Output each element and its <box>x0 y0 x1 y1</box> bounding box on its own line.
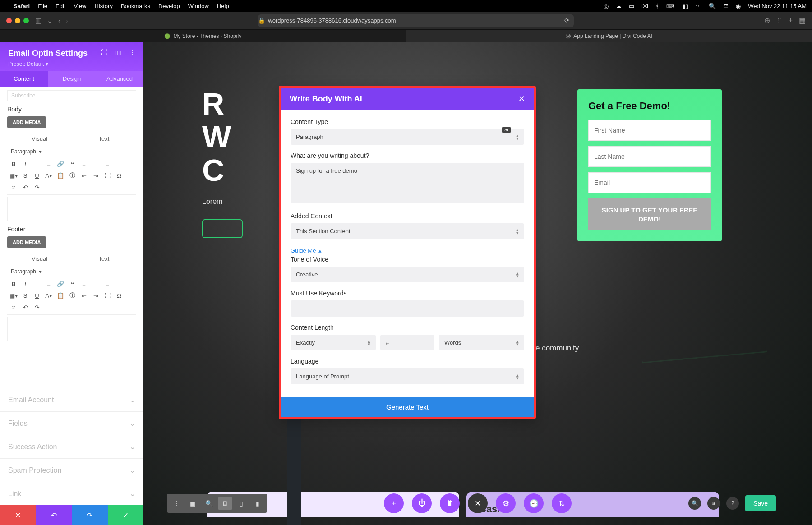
color-icon[interactable]: A▾ <box>43 170 54 181</box>
share-icon[interactable]: ⇪ <box>776 16 782 25</box>
ul-icon[interactable]: ≣ <box>32 278 42 289</box>
ai-badge[interactable]: AI <box>502 127 511 133</box>
menu-help[interactable]: Help <box>217 3 229 9</box>
paste-icon[interactable]: 📋 <box>55 170 66 181</box>
tab-shopify[interactable]: 🟢My Store · Themes · Shopify <box>0 30 406 42</box>
keywords-input[interactable] <box>291 300 524 317</box>
hero-cta-button[interactable] <box>202 219 243 238</box>
power-button[interactable]: ⏻ <box>412 493 432 513</box>
outdent-icon[interactable]: ⇤ <box>78 170 89 181</box>
app-name[interactable]: Safari <box>14 3 30 9</box>
length-mode-select[interactable]: Exactly▴▾ <box>291 335 376 350</box>
screen-icon[interactable]: ⌧ <box>641 3 648 9</box>
length-number-input[interactable] <box>380 335 434 350</box>
added-context-select[interactable]: This Section Content▴▾ <box>291 223 524 239</box>
confirm-button[interactable]: ✓ <box>108 505 144 525</box>
close-toolbar-button[interactable]: ✕ <box>468 493 488 513</box>
subscribe-input[interactable]: Subscribe <box>7 90 136 101</box>
accordion-spam-protection[interactable]: Spam Protection⌄ <box>0 458 143 482</box>
nav-back-icon[interactable]: ‹ <box>58 17 60 24</box>
align-center-icon[interactable]: ≣ <box>90 278 101 289</box>
generate-text-button[interactable]: Generate Text <box>281 397 534 417</box>
tablet-view-icon[interactable]: ▯ <box>235 497 248 510</box>
guide-me-link[interactable]: Guide Me ▴ <box>291 247 322 254</box>
editor-tab-visual-footer[interactable]: Visual <box>7 252 72 267</box>
window-controls[interactable] <box>6 18 29 23</box>
sidebar-icon[interactable]: ▥ <box>35 17 42 25</box>
loom-icon[interactable]: ◎ <box>604 3 609 9</box>
redo-icon[interactable]: ↷ <box>32 182 42 193</box>
menubar-datetime[interactable]: Wed Nov 22 11:15 AM <box>748 3 807 9</box>
phone-view-icon[interactable]: ▮ <box>251 497 264 510</box>
add-media-button[interactable]: ADD MEDIA <box>7 116 46 128</box>
accordion-link[interactable]: Link⌄ <box>0 482 143 505</box>
link-icon[interactable]: 🔗 <box>55 278 66 289</box>
table-icon[interactable]: ▦▾ <box>8 290 19 301</box>
tab-divi[interactable]: ⓌApp Landing Page | Divi Code AI <box>406 30 812 42</box>
battery-icon[interactable]: ▮▯ <box>682 3 688 9</box>
undo-icon[interactable]: ↶ <box>20 302 31 313</box>
underline-icon[interactable]: U <box>32 170 42 181</box>
omega-icon[interactable]: Ω <box>114 170 125 181</box>
help-icon[interactable]: ? <box>726 497 739 510</box>
editor-tab-visual[interactable]: Visual <box>7 132 72 147</box>
nav-forward-icon[interactable]: › <box>66 17 68 24</box>
align-left-icon[interactable]: ≡ <box>78 158 89 169</box>
undo-icon[interactable]: ↶ <box>20 182 31 193</box>
desktop-view-icon[interactable]: 🖥 <box>218 497 232 510</box>
bold-icon[interactable]: B <box>8 158 19 169</box>
menu-bookmarks[interactable]: Bookmarks <box>121 3 150 9</box>
quote-icon[interactable]: ❝ <box>67 158 78 169</box>
spotlight-icon[interactable]: 🔍 <box>709 3 716 9</box>
accordion-success-action[interactable]: Success Action⌄ <box>0 435 143 458</box>
ol-icon[interactable]: ≡ <box>43 158 54 169</box>
delete-button[interactable]: 🗑 <box>440 493 460 513</box>
settings-button[interactable]: ⚙ <box>496 493 516 513</box>
content-type-select[interactable]: Paragraph▴▾ <box>291 129 524 145</box>
indent-icon[interactable]: ⇥ <box>90 290 101 301</box>
clear-icon[interactable]: Ⓣ <box>67 290 78 301</box>
chevron-down-icon[interactable]: ⌄ <box>47 17 53 25</box>
preset-selector[interactable]: Preset: Default ▾ <box>8 61 135 67</box>
folder-icon[interactable]: ▭ <box>629 3 634 9</box>
ol-icon[interactable]: ≡ <box>43 278 54 289</box>
color-icon[interactable]: A▾ <box>43 290 54 301</box>
fullscreen-icon[interactable]: ⛶ <box>102 290 113 301</box>
siri-icon[interactable]: ◉ <box>736 3 741 9</box>
sort-button[interactable]: ⇅ <box>552 493 572 513</box>
redo-button[interactable]: ↷ <box>72 505 108 525</box>
align-left-icon[interactable]: ≡ <box>78 278 89 289</box>
redo-icon[interactable]: ↷ <box>32 302 42 313</box>
footer-editor[interactable] <box>7 317 136 341</box>
paste-icon[interactable]: 📋 <box>55 290 66 301</box>
more-icon[interactable]: ⋮ <box>129 49 135 56</box>
add-media-footer-button[interactable]: ADD MEDIA <box>7 236 46 248</box>
italic-icon[interactable]: I <box>20 158 31 169</box>
language-select[interactable]: Language of Prompt▴▾ <box>291 368 524 384</box>
align-center-icon[interactable]: ≣ <box>90 158 101 169</box>
new-tab-icon[interactable]: + <box>789 16 793 25</box>
download-icon[interactable]: ⊕ <box>764 16 770 25</box>
add-section-button[interactable]: + <box>384 493 404 513</box>
cloud-icon[interactable]: ☁ <box>616 3 622 9</box>
align-right-icon[interactable]: ≡ <box>102 158 113 169</box>
emoji-icon[interactable]: ☺ <box>8 182 19 193</box>
last-name-field[interactable] <box>588 146 711 167</box>
ul-icon[interactable]: ≣ <box>32 158 42 169</box>
tab-design[interactable]: Design <box>48 71 96 87</box>
table-icon[interactable]: ▦▾ <box>8 170 19 181</box>
menu-edit[interactable]: Edit <box>55 3 65 9</box>
tone-select[interactable]: Creative▴▾ <box>291 267 524 282</box>
editor-tab-text-footer[interactable]: Text <box>72 252 136 267</box>
italic-icon[interactable]: I <box>20 278 31 289</box>
underline-icon[interactable]: U <box>32 290 42 301</box>
format-select-footer[interactable]: Paragraph ▾ <box>7 267 45 276</box>
bluetooth-icon[interactable]: ᚼ <box>655 3 659 9</box>
expand-icon[interactable]: ⛶ <box>101 49 107 56</box>
wifi-icon[interactable]: ᯤ <box>696 3 701 9</box>
demo-submit-button[interactable]: SIGN UP TO GET YOUR FREE DEMO! <box>588 198 711 230</box>
email-field[interactable] <box>588 172 711 193</box>
fullscreen-icon[interactable]: ⛶ <box>102 170 113 181</box>
align-justify-icon[interactable]: ≣ <box>114 158 125 169</box>
save-button[interactable]: Save <box>745 495 776 511</box>
